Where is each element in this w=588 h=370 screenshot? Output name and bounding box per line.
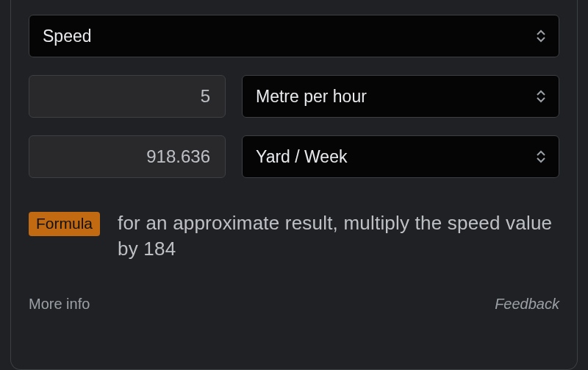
select-updown-icon	[537, 29, 545, 43]
select-updown-icon	[537, 150, 545, 163]
select-updown-icon	[537, 90, 545, 103]
input-unit-select[interactable]: Metre per hour	[242, 75, 559, 118]
feedback-link[interactable]: Feedback	[495, 296, 559, 313]
input-value: 5	[201, 86, 210, 107]
input-value-field[interactable]: 5	[29, 75, 226, 118]
formula-badge: Formula	[29, 212, 100, 236]
output-value: 918.636	[146, 146, 210, 167]
output-unit-select[interactable]: Yard / Week	[242, 135, 559, 178]
input-unit-label: Metre per hour	[256, 87, 367, 107]
more-info-link[interactable]: More info	[29, 296, 90, 313]
output-value-field[interactable]: 918.636	[29, 135, 226, 178]
formula-row: Formula for an approximate result, multi…	[29, 210, 559, 262]
footer: More info Feedback	[29, 296, 559, 313]
category-label: Speed	[43, 26, 92, 46]
category-select[interactable]: Speed	[29, 15, 559, 57]
output-unit-label: Yard / Week	[256, 147, 347, 167]
formula-text: for an approximate result, multiply the …	[118, 210, 559, 262]
converter-card: Speed 5 Metre per hour 918.636 Yard / We…	[10, 0, 578, 370]
